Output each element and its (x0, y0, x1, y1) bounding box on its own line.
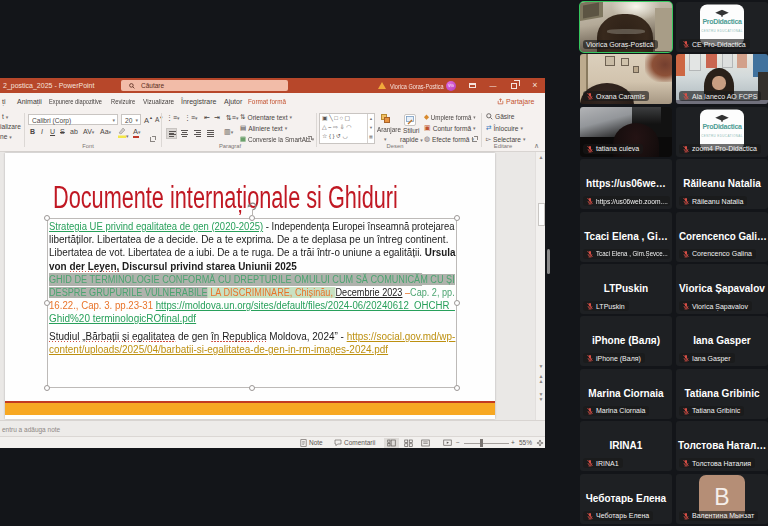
tab-clipped-left[interactable]: ți (2, 93, 6, 110)
participant-tile[interactable]: iPhone (Валя)iPhone (Валя) (580, 316, 672, 366)
smartart-button[interactable]: ▦ Conversie la SmartArt ▾ (240, 135, 314, 143)
shape-fill-button[interactable]: ◆ Umplere formă ▾ (424, 113, 476, 121)
numbering-icon[interactable]: ⋮≡▾ (184, 114, 198, 122)
slide-vertical-scrollbar[interactable]: ▲ ▼ ▲▲ ▼▼ (535, 152, 545, 420)
participant-tile[interactable]: Tatiana GribinicTatiana Gribinic (676, 369, 768, 419)
zoom-in-icon[interactable]: + (511, 437, 515, 448)
clipped-section-button[interactable]: ne ▾ (0, 133, 12, 140)
close-button[interactable]: × (527, 78, 543, 93)
warning-triangle-icon[interactable] (378, 82, 386, 89)
text-orientation-button[interactable]: ⇅ Orientare text ▾ (240, 113, 292, 121)
font-color-icon[interactable]: A▾ (133, 127, 141, 136)
handle-mid-left[interactable] (44, 300, 50, 306)
char-spacing-icon[interactable]: AV▾ (83, 128, 94, 135)
text-shadow-icon[interactable]: ab (70, 128, 78, 135)
normal-view-icon[interactable] (384, 438, 399, 448)
slide-title[interactable]: Documente internaționale si Ghiduri (53, 180, 398, 216)
participant-tile[interactable]: Răileanu NataliaRăileanu Natalia (676, 159, 768, 209)
increase-font-icon[interactable]: A▲ (144, 115, 153, 125)
panel-resize-handle[interactable] (547, 249, 550, 274)
replace-button[interactable]: ⇄ Înlocuire ▾ (486, 124, 523, 132)
slide-canvas[interactable]: Documente internaționale si Ghiduri Stra… (5, 153, 495, 419)
participant-tile[interactable]: Marina CiornaiaMarina Ciornaia (580, 369, 672, 419)
slide-sorter-view-icon[interactable] (401, 438, 416, 448)
ribbon-tab-vizualizare[interactable]: Vizualizare (143, 93, 174, 110)
shapes-scroll[interactable]: ▲▼▦ (367, 114, 374, 143)
align-right-icon[interactable] (192, 128, 203, 139)
comments-toggle-button[interactable]: Comentarii (334, 437, 375, 448)
italic-icon[interactable]: I (41, 128, 43, 135)
shape-outline-button[interactable]: ▣ Contur formă ▾ (424, 124, 476, 132)
share-button[interactable]: Partajare (497, 93, 534, 110)
handle-bottom-mid[interactable] (249, 385, 255, 391)
ribbon-tab-ajutor[interactable]: Ajutor (224, 93, 242, 110)
change-case-icon[interactable]: Aa▾ (100, 128, 111, 135)
scroll-down-icon[interactable]: ▼ (536, 364, 545, 369)
shape-effects-button[interactable]: ◍ Efecte formă ▾ (424, 135, 474, 143)
participant-tile[interactable]: Iana GasperIana Gasper (676, 316, 768, 366)
underline-icon[interactable]: U (50, 128, 55, 135)
notes-toggle-button[interactable]: Note (300, 437, 323, 448)
font-size-select[interactable]: 20 ▾ (121, 114, 141, 125)
font-name-select[interactable]: Calibri (Corp) ▾ (28, 114, 118, 125)
clipped-aspect-button[interactable]: t ▾ (2, 113, 8, 120)
handle-top-left[interactable] (44, 215, 50, 221)
collapse-ribbon-icon[interactable]: ∧ (534, 142, 539, 150)
fit-to-window-icon[interactable] (536, 437, 544, 448)
highlight-color-icon[interactable]: ▾ (117, 127, 129, 139)
slideshow-icon[interactable] (440, 438, 455, 448)
ppt-account-name[interactable]: Viorica Goraș-Postica (390, 83, 444, 90)
indent-increase-icon[interactable]: ⇥ (214, 114, 220, 122)
strikethrough-icon[interactable]: S (60, 128, 65, 135)
ppt-account-avatar[interactable]: VG (446, 81, 456, 91)
previous-slide-icon[interactable]: ▲▲ (536, 374, 545, 384)
participant-tile[interactable]: https://us06we…https://us06web.zoom.... (580, 159, 672, 209)
scroll-thumb[interactable] (538, 203, 545, 226)
paragraph-dialog-launcher-icon[interactable] (306, 137, 311, 142)
ribbon-display-options-icon[interactable] (464, 78, 480, 93)
drawing-dialog-launcher-icon[interactable] (472, 137, 477, 142)
font-dialog-launcher-icon[interactable] (150, 137, 155, 142)
participant-tile[interactable]: Oxana Caramîs (580, 54, 672, 104)
handle-mid-right[interactable] (454, 300, 460, 306)
bullets-icon[interactable]: ⋮≡▾ (166, 114, 180, 122)
text-align-button[interactable]: ▤ Aliniere text ▾ (240, 124, 287, 132)
slide-body-text[interactable]: Strategia UE privind egalitatea de gen (… (49, 220, 457, 356)
notes-pane[interactable]: entru a adăuga note (0, 420, 545, 436)
participant-tile[interactable]: Corencenco Gali…Corencenco Galina (676, 212, 768, 262)
arrange-button[interactable]: Aranjare (377, 126, 401, 133)
handle-bottom-right[interactable] (454, 385, 460, 391)
zoom-percent[interactable]: 55% (519, 437, 532, 448)
columns-icon[interactable]: ▥▾ (224, 128, 233, 136)
align-left-icon[interactable] (166, 128, 177, 139)
participant-tile[interactable]: Ala Ianeco AO FCPS (676, 54, 768, 104)
zoom-slider-thumb[interactable] (480, 439, 483, 447)
participant-tile[interactable]: tatiana culeva (580, 107, 672, 157)
maximize-button[interactable] (506, 78, 522, 93)
find-button[interactable]: Găsire (486, 113, 514, 120)
participant-tile[interactable]: ВВалентина Мынзат (676, 474, 768, 524)
handle-bottom-left[interactable] (44, 385, 50, 391)
rotate-handle-icon[interactable] (246, 201, 259, 217)
indent-decrease-icon[interactable]: ⇤ (204, 114, 210, 122)
participant-tile[interactable]: Viorica Goraș-Postică (580, 2, 672, 52)
participant-tile[interactable]: Tcaci Elena , Gi…Tcaci Elena , Gim.Șevce… (580, 212, 672, 262)
participant-tile[interactable]: ProDidacticaCENTRU EDUCATIONALzoom4 Pro-… (676, 107, 768, 157)
bold-icon[interactable]: B (30, 128, 35, 135)
ribbon-tab-anima-ii[interactable]: Animații (17, 93, 42, 110)
align-center-icon[interactable] (179, 128, 190, 139)
zoom-slider-track[interactable] (464, 443, 509, 444)
shapes-gallery[interactable]: ▣╲□○▢ △~⇨⇩◠ ☆{}↺◡ ▲▼▦ (319, 113, 375, 144)
scroll-up-icon[interactable]: ▲ (536, 155, 545, 160)
zoom-out-icon[interactable]: − (456, 437, 460, 448)
ribbon-tab-expunere-diapozitive[interactable]: Expunere diapozitive (49, 93, 102, 110)
participant-tile[interactable]: Чеботарь ЕленаЧеботарь Елена (580, 474, 672, 524)
minimize-button[interactable]: — (485, 78, 501, 93)
participant-tile[interactable]: IRINA1IRINA1 (580, 421, 672, 471)
align-justify-icon[interactable] (205, 128, 216, 139)
quick-styles-button[interactable]: Stiluri (403, 127, 420, 134)
clipped-reset-button[interactable]: ializare (0, 123, 21, 130)
participant-tile[interactable]: LTPuskinLTPuskin (580, 264, 672, 314)
ribbon-tab-revizuire[interactable]: Revizuire (111, 93, 135, 110)
ribbon-tab-format-form-[interactable]: Format formă (248, 93, 286, 110)
